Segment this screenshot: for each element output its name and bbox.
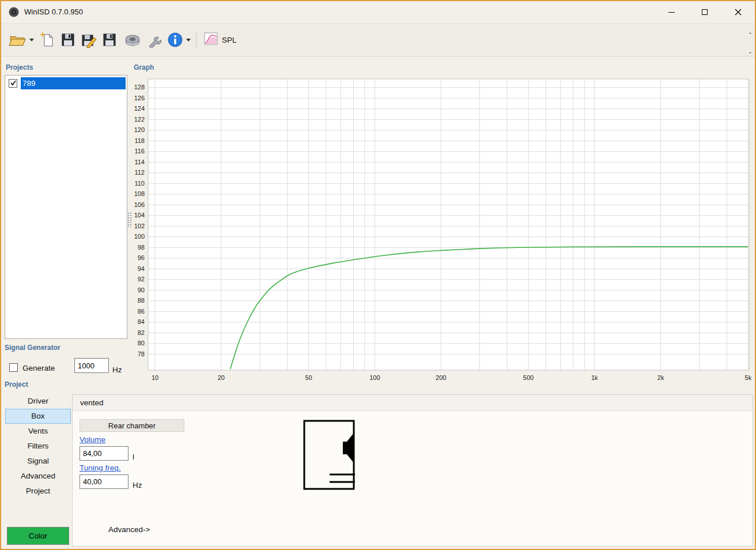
wrench-icon bbox=[146, 32, 162, 48]
volume-link[interactable]: Volume bbox=[80, 435, 105, 444]
project-checkbox[interactable] bbox=[9, 79, 17, 88]
spl-chart: 7880828486889092949698100102104106108110… bbox=[133, 73, 754, 383]
svg-text:106: 106 bbox=[134, 201, 145, 208]
open-dropdown-arrow[interactable] bbox=[28, 28, 36, 51]
svg-text:88: 88 bbox=[138, 297, 145, 304]
edit-pencil-floppy-icon bbox=[81, 32, 97, 48]
svg-text:1k: 1k bbox=[591, 374, 598, 381]
svg-text:114: 114 bbox=[134, 159, 145, 165]
svg-text:78: 78 bbox=[138, 351, 145, 357]
info-dropdown-arrow[interactable] bbox=[184, 28, 192, 51]
toolbar: SPL - - bbox=[1, 23, 755, 56]
close-button[interactable] bbox=[725, 1, 751, 23]
project-section-label: Project bbox=[5, 381, 28, 389]
minimize-icon bbox=[668, 12, 675, 13]
toolbar-overflow-bottom[interactable]: - bbox=[749, 49, 751, 56]
save-as-floppy-icon bbox=[101, 32, 118, 48]
splitter-handle[interactable] bbox=[127, 212, 132, 227]
new-project-button[interactable] bbox=[37, 28, 58, 51]
maximize-icon bbox=[702, 9, 708, 15]
svg-text:86: 86 bbox=[138, 308, 145, 315]
toolbar-separator bbox=[196, 31, 196, 48]
tuning-freq-unit: Hz bbox=[133, 481, 142, 489]
nav-item-advanced[interactable]: Advanced bbox=[5, 469, 71, 484]
projects-list[interactable]: 789 bbox=[5, 75, 127, 339]
svg-text:110: 110 bbox=[134, 180, 145, 187]
svg-text:104: 104 bbox=[134, 212, 145, 219]
tuning-freq-link[interactable]: Tuning freq. bbox=[80, 464, 121, 472]
vented-box-diagram bbox=[303, 420, 356, 490]
driver-editor-button[interactable] bbox=[122, 28, 143, 51]
svg-text:96: 96 bbox=[138, 254, 145, 261]
svg-text:20: 20 bbox=[218, 374, 225, 381]
svg-text:2k: 2k bbox=[657, 374, 664, 381]
svg-text:50: 50 bbox=[305, 374, 312, 381]
save-floppy-icon bbox=[60, 32, 76, 48]
edit-project-button[interactable] bbox=[78, 28, 99, 51]
spl-label: SPL bbox=[222, 36, 237, 44]
project-nav: DriverBoxVentsFiltersSignalAdvancedProje… bbox=[5, 394, 71, 499]
svg-text:126: 126 bbox=[134, 95, 145, 101]
open-project-button[interactable] bbox=[7, 28, 28, 51]
box-settings-panel: vented Rear chamber Volume l Tuning freq… bbox=[72, 394, 753, 547]
color-button[interactable]: Color bbox=[7, 527, 69, 545]
info-button[interactable] bbox=[165, 28, 186, 51]
spl-graph-button[interactable]: SPL bbox=[201, 28, 240, 51]
svg-text:80: 80 bbox=[138, 340, 145, 346]
tuning-freq-input[interactable] bbox=[80, 474, 128, 489]
info-icon bbox=[167, 31, 184, 48]
svg-text:122: 122 bbox=[134, 116, 145, 123]
maximize-button[interactable] bbox=[691, 1, 718, 23]
svg-text:102: 102 bbox=[134, 223, 145, 229]
svg-text:82: 82 bbox=[138, 329, 145, 336]
svg-text:90: 90 bbox=[138, 287, 145, 293]
graph-section-label: Graph bbox=[134, 63, 154, 71]
svg-text:118: 118 bbox=[134, 137, 145, 144]
box-type-header: vented bbox=[73, 395, 753, 411]
driver-symbol bbox=[343, 433, 354, 463]
advanced-link[interactable]: Advanced-> bbox=[108, 525, 150, 534]
svg-text:116: 116 bbox=[134, 148, 145, 155]
svg-text:108: 108 bbox=[134, 190, 145, 197]
nav-item-project[interactable]: Project bbox=[5, 484, 71, 499]
svg-text:5k: 5k bbox=[745, 374, 752, 381]
chevron-down-icon bbox=[29, 39, 34, 42]
generate-checkbox[interactable] bbox=[9, 363, 18, 372]
chevron-down-icon bbox=[186, 39, 191, 42]
svg-text:10: 10 bbox=[152, 374, 158, 381]
app-icon bbox=[8, 6, 20, 18]
toolbar-overflow-top[interactable]: - bbox=[749, 29, 751, 36]
generate-label: Generate bbox=[22, 364, 55, 372]
svg-text:92: 92 bbox=[138, 276, 145, 282]
svg-text:100: 100 bbox=[369, 374, 380, 381]
nav-item-filters[interactable]: Filters bbox=[5, 439, 71, 454]
close-icon bbox=[735, 9, 742, 16]
nav-item-signal[interactable]: Signal bbox=[5, 454, 71, 469]
nav-item-box[interactable]: Box bbox=[5, 409, 71, 424]
open-folder-icon bbox=[9, 31, 26, 48]
nav-item-vents[interactable]: Vents bbox=[5, 424, 71, 439]
volume-unit: l bbox=[133, 453, 134, 461]
new-document-icon bbox=[39, 32, 55, 48]
signal-frequency-unit: Hz bbox=[112, 366, 122, 374]
save-project-button[interactable] bbox=[58, 28, 78, 51]
speaker-driver-icon bbox=[124, 31, 141, 48]
svg-text:98: 98 bbox=[138, 244, 145, 251]
options-button[interactable] bbox=[144, 28, 165, 51]
svg-text:124: 124 bbox=[134, 105, 145, 112]
spl-chart-icon bbox=[204, 32, 218, 48]
svg-text:120: 120 bbox=[134, 126, 145, 133]
svg-text:100: 100 bbox=[134, 233, 145, 240]
svg-text:500: 500 bbox=[523, 374, 534, 381]
minimize-button[interactable] bbox=[658, 1, 685, 23]
project-list-item[interactable]: 789 bbox=[6, 77, 126, 89]
winisd-window: WinISD 0.7.0.950 bbox=[0, 0, 756, 550]
window-title: WinISD 0.7.0.950 bbox=[24, 7, 83, 16]
nav-item-driver[interactable]: Driver bbox=[5, 394, 71, 409]
svg-text:128: 128 bbox=[134, 84, 145, 91]
svg-text:84: 84 bbox=[138, 318, 145, 325]
save-as-button[interactable] bbox=[99, 28, 120, 51]
volume-input[interactable] bbox=[80, 446, 128, 461]
signal-frequency-input[interactable] bbox=[74, 358, 109, 373]
rear-chamber-button[interactable]: Rear chamber bbox=[80, 419, 184, 432]
